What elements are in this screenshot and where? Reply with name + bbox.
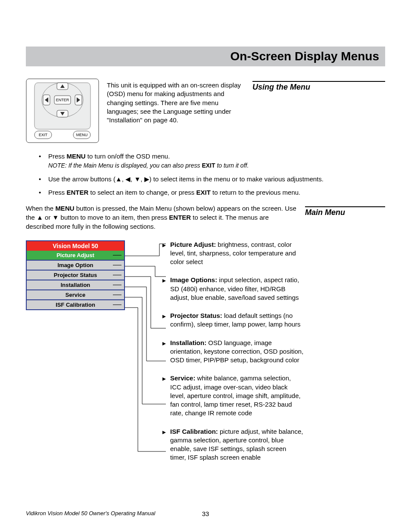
menu-descriptions: Picture Adjust: brightness, contrast, co… bbox=[166, 240, 304, 472]
menu-label: MENU bbox=[76, 133, 88, 137]
menu-item-picture-adjust: Picture Adjust bbox=[26, 251, 125, 261]
bullet-enter-exit: Press ENTER to select an item to change,… bbox=[39, 188, 358, 197]
desc-picture-adjust: Picture Adjust: brightness, contrast, co… bbox=[170, 240, 304, 267]
side-heading-main: Main Menu bbox=[305, 206, 385, 217]
enter-label: ENTER bbox=[56, 98, 69, 102]
desc-isf-calibration: ISF Calibration: picture adjust, white b… bbox=[170, 427, 304, 462]
intro-paragraph: This unit is equipped with an on-screen … bbox=[107, 78, 245, 143]
side-heading-using: Using the Menu bbox=[252, 81, 385, 92]
desc-service: Service: white balance, gamma selection,… bbox=[170, 374, 304, 417]
section-title: On-Screen Display Menus bbox=[230, 50, 379, 63]
desc-image-options: Image Options: input selection, aspect r… bbox=[170, 276, 304, 302]
remote-illustration: ENTER EXIT MENU bbox=[26, 78, 99, 143]
footer-text: Vidikron Vision Model 50 Owner's Operati… bbox=[26, 510, 155, 516]
desc-installation: Installation: OSD language, image orient… bbox=[170, 339, 304, 365]
exit-label: EXIT bbox=[39, 133, 48, 137]
bullet-menu: Press MENU to turn on/off the OSD menu. … bbox=[39, 152, 358, 170]
main-menu-paragraph: When the MENU button is pressed, the Mai… bbox=[26, 204, 297, 231]
bullet-arrows: Use the arrow buttons (▲, ◀, ▼, ▶) to se… bbox=[39, 174, 358, 184]
section-title-bar: On-Screen Display Menus bbox=[26, 47, 385, 66]
menu-item-service: Service bbox=[26, 290, 125, 300]
menu-item-image-option: Image Option bbox=[26, 261, 125, 271]
menu-title: Vision Model 50 bbox=[26, 240, 125, 251]
menu-item-isf-calibration: ISF Calibration bbox=[26, 300, 125, 310]
desc-projector-status: Projector Status: load default settings … bbox=[170, 311, 304, 329]
connector-lines bbox=[125, 240, 166, 472]
menu-item-installation: Installation bbox=[26, 280, 125, 290]
page-number: 33 bbox=[202, 510, 209, 517]
osd-menu-box: Vision Model 50 Picture Adjust Image Opt… bbox=[26, 240, 125, 472]
menu-item-projector-status: Projector Status bbox=[26, 271, 125, 280]
